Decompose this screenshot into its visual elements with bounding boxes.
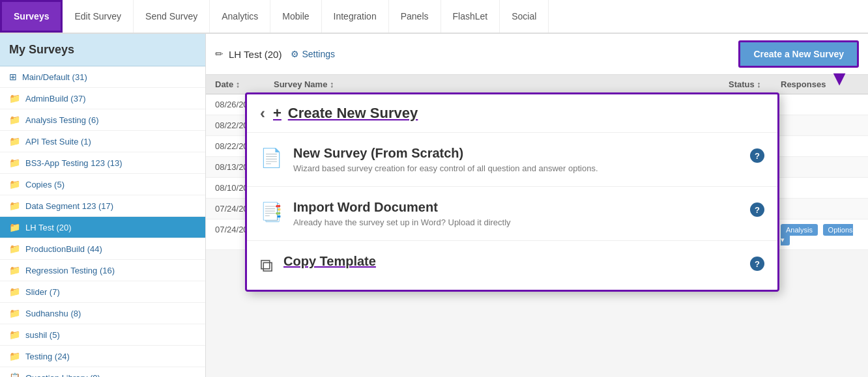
sidebar-item-lh-test[interactable]: 📁 LH Test (20) [0,217,205,238]
folder-icon: 📁 [9,244,20,254]
help-icon-copy-template[interactable]: ? [750,257,764,271]
sidebar-item-copies[interactable]: 📁 Copies (5) [0,174,205,195]
overlay-item-import-word[interactable]: 📑 Import Word Document Already have the … [247,187,777,241]
folder-icon: 📁 [9,286,20,297]
folder-icon: 📁 [9,158,20,168]
create-survey-overlay: ‹ + Create New Survey 📄 New Survey (From… [245,92,779,292]
sidebar-item-sushil[interactable]: 📁 sushil (5) [0,324,205,346]
nav-social[interactable]: Social [500,0,549,33]
col-date-header[interactable]: Date ↕ [215,79,274,89]
sidebar-item-slider[interactable]: 📁 Slider (7) [0,281,205,303]
sidebar-item-api-test-suite[interactable]: 📁 API Test Suite (1) [0,131,205,152]
nav-edit-survey[interactable]: Edit Survey [63,0,134,33]
sidebar-item-analysis-testing[interactable]: 📁 Analysis Testing (6) [0,109,205,131]
nav-flashlet[interactable]: FlashLet [441,0,500,33]
sidebar-item-question-library[interactable]: 📋 Question Library (0) [0,367,205,377]
arrow-indicator: ▼ [829,68,850,89]
grid-icon: ⊞ [9,72,17,82]
copy-icon: ⧉ [260,255,273,277]
overlay-item-content: New Survey (From Scratch) Wizard based s… [293,146,740,173]
help-icon-import-word[interactable]: ? [750,202,764,217]
overlay-back-button[interactable]: ‹ [260,105,265,121]
edit-pencil-icon: ✏ [215,48,224,60]
folder-icon: 📁 [9,308,20,318]
nav-analytics[interactable]: Analytics [210,0,270,33]
top-navigation: Surveys Edit Survey Send Survey Analytic… [0,0,868,34]
nav-surveys[interactable]: Surveys [0,0,63,33]
folder-icon: 📁 [9,136,20,147]
main-content: ✏ LH Test (20) ⚙ Settings Create a New S… [206,34,868,377]
help-icon-new-survey[interactable]: ? [750,148,764,163]
nav-integration[interactable]: Integration [322,0,389,33]
nav-send-survey[interactable]: Send Survey [134,0,210,33]
folder-icon: 📁 [9,351,20,361]
folder-icon: 📁 [9,93,20,104]
create-new-survey-button[interactable]: Create a New Survey [738,40,859,68]
nav-panels[interactable]: Panels [389,0,441,33]
settings-link[interactable]: ⚙ Settings [291,49,335,59]
sidebar-item-regression-testing[interactable]: 📁 Regression Testing (16) [0,260,205,281]
word-doc-icon: 📑 [260,201,283,223]
sidebar-item-data-segment[interactable]: 📁 Data Segment 123 (17) [0,195,205,217]
layout: My Surveys ⊞ Main/Default (31) 📁 AdminBu… [0,34,868,377]
overlay-item-content: Copy Template [283,254,740,269]
overlay-item-title: Import Word Document [293,200,740,215]
copy-template-title: Copy Template [283,254,740,269]
sidebar-item-main-default[interactable]: ⊞ Main/Default (31) [0,66,205,88]
sidebar-item-bs3-app-testing[interactable]: 📁 BS3-App Testing 123 (13) [0,152,205,174]
edit-title-area: ✏ LH Test (20) [215,48,282,60]
col-status-header[interactable]: Status ↕ [729,79,781,89]
library-icon: 📋 [9,372,20,377]
folder-icon: 📁 [9,201,20,211]
overlay-title: + Create New Survey [273,105,764,122]
table-header: Date ↕ Survey Name ↕ Status ↕ Responses [206,75,868,94]
overlay-item-desc: Wizard based survey creation for easy co… [293,163,740,173]
overlay-item-copy-template[interactable]: ⧉ Copy Template ? [247,241,777,290]
overlay-item-content: Import Word Document Already have the su… [293,200,740,227]
sidebar-item-sudhanshu[interactable]: 📁 Sudhanshu (8) [0,303,205,324]
sidebar-item-adminbuild[interactable]: 📁 AdminBuild (37) [0,88,205,109]
folder-icon: 📁 [9,179,20,189]
overlay-item-title: New Survey (From Scratch) [293,146,740,161]
sidebar: My Surveys ⊞ Main/Default (31) 📁 AdminBu… [0,34,206,377]
sidebar-item-testing[interactable]: 📁 Testing (24) [0,346,205,367]
overlay-item-new-survey[interactable]: 📄 New Survey (From Scratch) Wizard based… [247,133,777,187]
folder-icon: 📁 [9,115,20,125]
document-icon: 📄 [260,147,283,169]
sidebar-item-production-build[interactable]: 📁 ProductionBuild (44) [0,238,205,260]
folder-icon: 📁 [9,222,20,232]
sidebar-header: My Surveys [0,34,205,66]
sub-header-left: ✏ LH Test (20) ⚙ Settings [215,48,335,60]
sub-header: ✏ LH Test (20) ⚙ Settings Create a New S… [206,34,868,75]
settings-gear-icon: ⚙ [291,49,299,59]
overlay-header: ‹ + Create New Survey [247,94,777,133]
overlay-item-desc: Already have the survey set up in Word? … [293,217,740,227]
nav-mobile[interactable]: Mobile [270,0,321,33]
col-name-header[interactable]: Survey Name ↕ [274,79,729,89]
folder-icon: 📁 [9,265,20,275]
folder-icon: 📁 [9,329,20,340]
plus-icon: + [273,105,282,122]
